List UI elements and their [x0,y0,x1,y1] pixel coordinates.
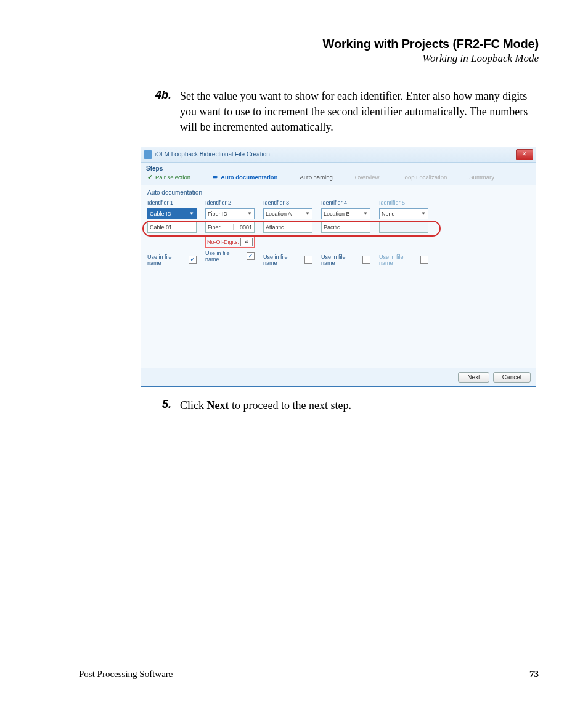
dropdown-value: Location B [324,211,350,217]
page-header-title: Working with Projects (FR2-FC Mode) [79,37,539,51]
tab-label: Auto naming [300,174,332,181]
footer-page-number: 73 [529,669,539,680]
step-text-5: Click Next to proceed to the next step. [180,398,351,413]
identifier-5-type-dropdown[interactable]: None ▼ [379,208,428,219]
use-in-filename-label: Use in file name [321,254,360,266]
identifier-5-column: Identifier 5 None ▼ Use in file name [379,200,428,266]
no-of-digits-row: No-Of-Digits: 4 [205,237,255,248]
identifier-3-value-input[interactable]: Atlantic [263,222,312,233]
header-divider [79,70,539,70]
step-number-4b: 4b. [79,89,180,136]
use-in-filename-label: Use in file name [147,254,186,266]
identifier-4-label: Identifier 4 [321,200,370,206]
check-icon: ✔ [147,173,153,181]
identifier-2-type-dropdown[interactable]: Fiber ID ▼ [205,208,255,219]
identifier-2-column: Identifier 2 Fiber ID ▼ Fiber 0001 No-Of… [205,200,255,266]
input-value: Cable 01 [150,224,172,230]
no-of-digits-spinner[interactable]: 4 [240,238,253,246]
identifier-2-label: Identifier 2 [205,200,255,206]
input-value: Pacific [324,224,340,230]
dialog-footer: Next Cancel [141,368,536,386]
tab-auto-naming[interactable]: Auto naming [300,174,332,181]
use-in-filename-checkbox-1[interactable]: ✔ [189,256,197,264]
step-text-4b: Set the value you want to show for each … [180,89,539,136]
use-in-filename-checkbox-4[interactable] [362,256,370,264]
input-value-right: 0001 [233,224,252,230]
input-value: Atlantic [266,224,284,230]
identifier-4-type-dropdown[interactable]: Location B ▼ [321,208,370,219]
tab-auto-documentation[interactable]: ➨ Auto documentation [213,173,277,181]
identifier-1-column: Identifier 1 Cable ID ▼ Cable 01 Use in … [147,200,197,266]
tab-label: Overview [355,174,380,181]
identifier-4-value-input[interactable]: Pacific [321,222,370,233]
identifier-4-column: Identifier 4 Location B ▼ Pacific Use in… [321,200,370,266]
identifier-2-value-input[interactable]: Fiber 0001 [205,222,255,233]
dialog-content: Auto documentation Identifier 1 Cable ID… [141,185,536,368]
app-icon [144,150,152,159]
cancel-button[interactable]: Cancel [493,372,531,383]
steps-heading: Steps [141,163,536,173]
identifier-1-label: Identifier 1 [147,200,197,206]
chevron-down-icon: ▼ [421,211,426,216]
chevron-down-icon: ▼ [189,211,194,216]
tab-overview: Overview [355,174,380,181]
section-label: Auto documentation [147,189,529,196]
no-of-digits-label: No-Of-Digits: [207,239,239,245]
use-in-filename-label: Use in file name [263,254,302,266]
identifier-3-column: Identifier 3 Location A ▼ Atlantic Use i… [263,200,312,266]
identifier-5-value-input [379,222,428,233]
close-button[interactable]: ✕ [516,149,533,160]
tab-label: Pair selection [155,174,190,181]
input-value-left: Fiber [208,224,233,230]
chevron-down-icon: ▼ [247,211,252,216]
footer-product: Post Processing Software [79,669,173,680]
use-in-filename-checkbox-5[interactable] [420,256,428,264]
identifier-1-value-input[interactable]: Cable 01 [147,222,197,233]
identifier-3-label: Identifier 3 [263,200,312,206]
identifier-5-label: Identifier 5 [379,200,428,206]
step-number-5: 5. [79,398,180,413]
identifier-3-type-dropdown[interactable]: Location A ▼ [263,208,312,219]
dropdown-value: Location A [266,211,292,217]
tab-loop-localization: Loop Localization [401,174,447,181]
dropdown-value: None [382,211,395,217]
next-button[interactable]: Next [458,372,489,383]
tab-pair-selection[interactable]: ✔ Pair selection [147,173,190,181]
use-in-filename-checkbox-3[interactable] [304,256,312,264]
wizard-tabs: ✔ Pair selection ➨ Auto documentation Au… [141,173,536,185]
chevron-down-icon: ▼ [363,211,368,216]
use-in-filename-label: Use in file name [379,254,418,266]
chevron-down-icon: ▼ [305,211,310,216]
arrow-icon: ➨ [213,173,218,181]
tab-label: Auto documentation [221,174,277,181]
identifier-row: Identifier 1 Cable ID ▼ Cable 01 Use in … [147,200,529,266]
dialog-screenshot: iOLM Loopback Bidirectional File Creatio… [141,147,536,387]
dropdown-value: Cable ID [150,211,171,217]
use-in-filename-label: Use in file name [205,250,244,262]
tab-label: Loop Localization [401,174,447,181]
tab-label: Summary [469,174,494,181]
close-icon: ✕ [522,152,527,157]
identifier-1-type-dropdown[interactable]: Cable ID ▼ [147,208,197,219]
use-in-filename-checkbox-2[interactable]: ✔ [247,252,255,260]
page-header-subtitle: Working in Loopback Mode [79,52,539,65]
dialog-titlebar: iOLM Loopback Bidirectional File Creatio… [141,147,536,163]
dropdown-value: Fiber ID [208,211,227,217]
tab-summary: Summary [469,174,494,181]
dialog-title: iOLM Loopback Bidirectional File Creatio… [155,151,270,158]
